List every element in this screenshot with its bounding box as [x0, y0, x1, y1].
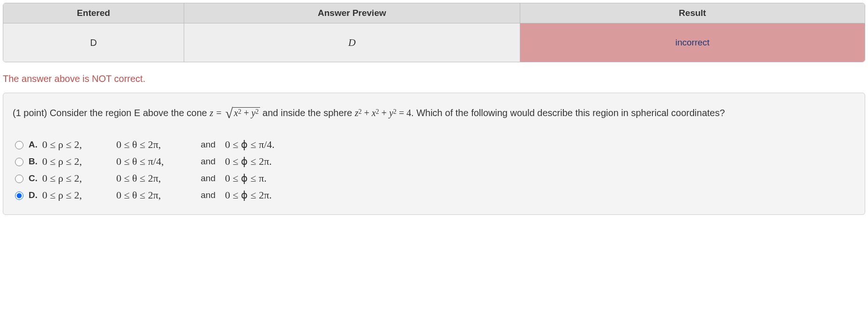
choice-c[interactable]: C. 0 ≤ ρ ≤ 2, 0 ≤ θ ≤ 2π, and 0 ≤ ϕ ≤ π. [13, 170, 855, 186]
question-suffix: . Which of the following would describe … [411, 108, 725, 118]
equation-sphere: z2 + x2 + y2 = 4 [355, 108, 411, 118]
question-prefix: (1 point) Consider the region E above th… [13, 108, 210, 118]
choice-d-phi: 0 ≤ ϕ ≤ 2π. [225, 187, 305, 203]
choice-c-and: and [195, 171, 221, 185]
radio-c[interactable] [15, 175, 23, 183]
table-row: D D incorrect [3, 23, 865, 62]
choice-a-theta: 0 ≤ θ ≤ 2π, [116, 137, 191, 153]
choice-a-phi: 0 ≤ ϕ ≤ π/4. [225, 137, 305, 153]
question-text: (1 point) Consider the region E above th… [13, 103, 855, 125]
choice-b-label: B. [29, 154, 37, 168]
choice-d-and: and [195, 188, 221, 202]
eq1-lhs: z = [210, 108, 224, 118]
choice-d[interactable]: D. 0 ≤ ρ ≤ 2, 0 ≤ θ ≤ 2π, and 0 ≤ ϕ ≤ 2π… [13, 187, 855, 203]
radio-a[interactable] [15, 141, 23, 149]
feedback-message: The answer above is NOT correct. [3, 74, 865, 84]
choice-b-rho: 0 ≤ ρ ≤ 2, [42, 154, 112, 169]
radio-d[interactable] [15, 191, 23, 200]
question-mid: and inside the sphere [262, 108, 355, 118]
choice-a[interactable]: A. 0 ≤ ρ ≤ 2, 0 ≤ θ ≤ 2π, and 0 ≤ ϕ ≤ π/… [13, 137, 855, 153]
choice-b-phi: 0 ≤ ϕ ≤ 2π. [225, 154, 305, 169]
choice-d-theta: 0 ≤ θ ≤ 2π, [116, 187, 191, 203]
sqrt-icon: √x2 + y2 [224, 103, 261, 125]
radicand-y: y [251, 108, 255, 118]
results-table: Entered Answer Preview Result D D incorr… [3, 3, 865, 62]
choice-c-label: C. [29, 171, 37, 185]
equation-cone: z = √x2 + y2 [210, 108, 262, 118]
col-header-preview: Answer Preview [184, 3, 520, 23]
cell-entered: D [3, 23, 184, 62]
cell-preview: D [184, 23, 520, 62]
choice-c-theta: 0 ≤ θ ≤ 2π, [116, 170, 191, 186]
col-header-entered: Entered [3, 3, 184, 23]
choice-c-rho: 0 ≤ ρ ≤ 2, [42, 170, 112, 186]
radio-b[interactable] [15, 158, 23, 166]
radicand-x: x [234, 108, 238, 118]
choice-d-label: D. [29, 188, 37, 202]
choice-a-rho: 0 ≤ ρ ≤ 2, [42, 137, 112, 153]
cell-result: incorrect [520, 23, 865, 62]
col-header-result: Result [520, 3, 865, 23]
choices-list: A. 0 ≤ ρ ≤ 2, 0 ≤ θ ≤ 2π, and 0 ≤ ϕ ≤ π/… [13, 137, 855, 203]
choice-d-rho: 0 ≤ ρ ≤ 2, [42, 187, 112, 203]
choice-a-label: A. [29, 138, 37, 151]
choice-b[interactable]: B. 0 ≤ ρ ≤ 2, 0 ≤ θ ≤ π/4, and 0 ≤ ϕ ≤ 2… [13, 154, 855, 169]
problem-box: (1 point) Consider the region E above th… [3, 93, 865, 215]
choice-b-and: and [195, 154, 221, 168]
choice-a-and: and [195, 138, 221, 151]
choice-b-theta: 0 ≤ θ ≤ π/4, [116, 154, 191, 169]
choice-c-phi: 0 ≤ ϕ ≤ π. [225, 170, 305, 186]
